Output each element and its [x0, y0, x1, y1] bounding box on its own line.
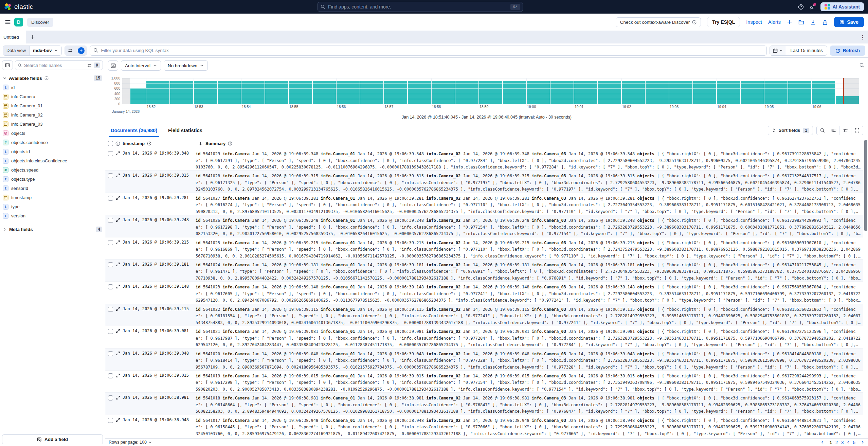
histogram-bar-19:03:00[interactable] [669, 81, 692, 104]
histogram-bar-18:51:30[interactable] [130, 88, 146, 104]
row-timestamp[interactable]: Jan 14, 2026 @ 19:06:39.181 [123, 261, 196, 267]
row-summary[interactable]: id 5641020 info.Camera Jan 14, 2026 @ 19… [196, 350, 862, 371]
row-timestamp[interactable]: Jan 14, 2026 @ 19:06:39.015 [123, 372, 196, 378]
breadcrumb[interactable]: Discover [27, 18, 53, 27]
row-summary[interactable]: id 5641029 info.Camera Jan 14, 2026 @ 19… [196, 150, 862, 171]
row-summary[interactable]: id 5641027 info.Camera Jan 14, 2026 @ 19… [196, 195, 862, 215]
elastic-logo[interactable]: elastic [4, 3, 33, 11]
add-field-button[interactable]: Add a field [2, 434, 103, 444]
histogram-bar-19:04:30[interactable] [741, 81, 764, 104]
ai-assistant-button[interactable]: AI Assistant [820, 2, 864, 11]
histogram-chart[interactable] [122, 78, 859, 104]
fullscreen-icon[interactable] [851, 126, 863, 135]
histogram-bar-18:55:00[interactable] [289, 81, 312, 104]
histogram-bar-18:58:30[interactable] [455, 81, 478, 104]
field-filter-icon[interactable] [87, 63, 92, 68]
download-icon[interactable] [810, 19, 816, 25]
row-timestamp[interactable]: Jan 14, 2026 @ 19:06:39.215 [123, 239, 196, 245]
try-esql-button[interactable]: Try ES|QL [707, 17, 740, 27]
field-list-item-info.Camera_03[interactable]: info.Camera_03 [0, 120, 105, 129]
histogram-bar-18:59:30[interactable] [503, 81, 526, 104]
keyboard-shortcuts-icon[interactable] [828, 126, 840, 135]
field-list-item-timestamp[interactable]: timestamp [0, 193, 105, 202]
discover-app-badge[interactable]: D [14, 18, 23, 26]
row-summary[interactable]: id 5641026 info.Camera Jan 14, 2026 @ 19… [196, 217, 862, 237]
new-tab-button[interactable] [26, 31, 39, 43]
global-search-input[interactable]: Find apps, content, and more. ⌘/ [318, 2, 523, 12]
summary-column-header[interactable]: Summary [205, 141, 225, 146]
histogram-bar-18:56:00[interactable] [337, 81, 360, 104]
row-summary[interactable]: id 5641023 info.Camera Jan 14, 2026 @ 19… [196, 283, 862, 304]
sort-descending-icon[interactable] [198, 141, 203, 146]
histogram-bar-19:04:00[interactable] [717, 81, 740, 104]
breakdown-select[interactable]: No breakdown [164, 60, 208, 71]
row-checkbox[interactable] [108, 395, 113, 400]
timestamp-column-header[interactable]: timestamp [123, 141, 145, 146]
histogram-bar-18:54:30[interactable] [265, 81, 288, 104]
page-button-3[interactable]: 3 [841, 440, 844, 445]
tab-options-kebab-icon[interactable]: ⋮ [857, 31, 868, 43]
sort-fields-button[interactable]: Sort fields 1 [768, 126, 813, 135]
row-timestamp[interactable]: Jan 14, 2026 @ 19:06:39.315 [123, 172, 196, 178]
histogram-bar-18:57:00[interactable] [384, 81, 407, 104]
next-page-icon[interactable] [861, 440, 865, 444]
chart-options-icon[interactable] [859, 63, 865, 68]
inspect-link[interactable]: Inspect [746, 19, 762, 25]
row-checkbox[interactable] [108, 418, 113, 423]
page-button-2[interactable]: 2 [835, 440, 838, 445]
histogram-bar-18:59:00[interactable] [479, 81, 502, 104]
histogram-bar-19:06:00[interactable] [812, 81, 835, 104]
field-list-item-info.Camera[interactable]: info.Camera [0, 92, 105, 101]
row-timestamp[interactable]: Jan 14, 2026 @ 19:06:39.081 [123, 328, 196, 333]
expand-document-icon[interactable] [116, 329, 121, 333]
share-icon[interactable] [822, 19, 828, 25]
histogram-bar-19:00:30[interactable] [550, 81, 574, 104]
add-filter-button[interactable] [76, 46, 87, 55]
histogram-bar-18:54:00[interactable] [241, 81, 265, 104]
select-all-checkbox[interactable] [108, 141, 113, 146]
field-list-item-objects.id[interactable]: tobjects.id [0, 147, 105, 156]
expand-document-icon[interactable] [116, 262, 121, 267]
row-checkbox[interactable] [108, 262, 113, 267]
row-timestamp[interactable]: Jan 14, 2026 @ 19:06:38.948 [123, 417, 196, 422]
collapse-sidebar-icon[interactable] [2, 60, 13, 70]
field-list-item-sensorId[interactable]: tsensorId [0, 184, 105, 193]
field-list-item-objects[interactable]: objects [0, 129, 105, 138]
expand-document-icon[interactable] [116, 196, 121, 200]
saved-query-filter-icon[interactable] [65, 46, 76, 55]
histogram-bar-18:57:30[interactable] [408, 81, 431, 104]
row-checkbox[interactable] [108, 373, 113, 378]
save-button[interactable]: Save [834, 17, 864, 27]
new-session-icon[interactable] [787, 19, 792, 25]
field-list-item-objects.type[interactable]: tobjects.type [0, 175, 105, 184]
display-options-icon[interactable] [840, 126, 851, 135]
expand-document-icon[interactable] [116, 395, 121, 400]
context-aware-banner-button[interactable]: Check out context-aware Discover [616, 17, 701, 27]
histogram-bar-18:55:30[interactable] [313, 81, 336, 104]
histogram-bar-19:01:00[interactable] [574, 81, 597, 104]
histogram-bar-18:58:00[interactable] [432, 81, 455, 104]
field-list-item-version[interactable]: tversion [0, 211, 105, 220]
row-checkbox[interactable] [108, 307, 113, 312]
row-summary[interactable]: id 5641022 info.Camera Jan 14, 2026 @ 19… [196, 306, 862, 326]
row-checkbox[interactable] [108, 240, 113, 245]
alerts-link[interactable]: Alerts [768, 19, 781, 25]
row-checkbox[interactable] [108, 173, 113, 178]
refresh-button[interactable]: Refresh [830, 46, 865, 56]
histogram-bar-19:05:00[interactable] [764, 81, 788, 104]
kql-query-input[interactable]: Filter your data using KQL syntax [90, 46, 767, 56]
histogram-bar-18:53:30[interactable] [218, 81, 241, 104]
field-search-input[interactable]: Search field names 0 [15, 60, 103, 70]
interval-select[interactable]: Auto interval [121, 60, 161, 71]
available-fields-header[interactable]: Available fields 15 [0, 72, 105, 83]
histogram-bar-19:02:00[interactable] [622, 81, 645, 104]
date-picker-calendar-icon[interactable] [770, 46, 786, 55]
rows-per-page-button[interactable]: Rows per page: 100 [109, 440, 147, 445]
expand-document-icon[interactable] [116, 240, 121, 245]
histogram-bar-19:02:30[interactable] [646, 81, 669, 104]
expand-document-icon[interactable] [116, 151, 121, 156]
row-checkbox[interactable] [108, 151, 113, 156]
row-timestamp[interactable]: Jan 14, 2026 @ 19:06:39.048 [123, 350, 196, 356]
grid-search-icon[interactable] [817, 126, 828, 135]
tab-documents[interactable]: Documents (26,980) [109, 126, 159, 137]
